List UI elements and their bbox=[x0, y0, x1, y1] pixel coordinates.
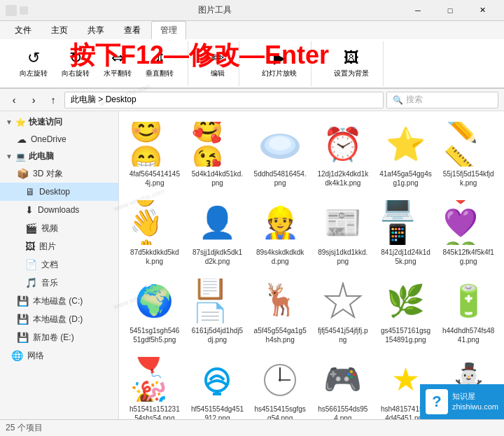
file-thumb: 🌍 bbox=[130, 279, 180, 323]
ribbon-btn-flip-v[interactable]: ⇕ 垂直翻转 bbox=[140, 46, 179, 81]
flip-h-icon: ⇔ bbox=[111, 49, 124, 67]
forward-button[interactable]: › bbox=[25, 92, 42, 108]
sidebar-item-desktop[interactable]: 🖥 Desktop bbox=[0, 183, 118, 201]
sidebar-item-drivee[interactable]: 💾 新加卷 (E:) bbox=[0, 328, 118, 346]
ribbon-btn-rotate-right[interactable]: ↻ 向右旋转 bbox=[56, 46, 95, 81]
list-item[interactable]: 💻📱 841j2dj1d24k1d5k.png bbox=[376, 195, 436, 271]
ribbon-btn-rotate-left[interactable]: ↺ 向左旋转 bbox=[14, 46, 53, 81]
file-name: 845k12fk4f5k4f1g.png bbox=[442, 248, 495, 266]
list-item[interactable]: 5ddhd54816454.png bbox=[250, 117, 310, 192]
drived-icon: 💾 bbox=[17, 314, 29, 325]
ribbon-btn-edit[interactable]: ✏ 编辑 bbox=[205, 46, 230, 81]
search-box[interactable]: 🔍 搜索 bbox=[386, 92, 498, 108]
sidebar-group-thispc[interactable]: ▼ 💻 此电脑 bbox=[0, 148, 118, 164]
tab-manage[interactable]: 管理 bbox=[151, 21, 186, 39]
file-thumb: 👤 bbox=[192, 200, 242, 245]
file-name: h44dhdh574fs4841.png bbox=[442, 326, 495, 344]
sidebar-group-quickaccess[interactable]: ▼ ⭐ 快速访问 bbox=[0, 114, 118, 130]
drivec-icon: 💾 bbox=[17, 295, 29, 307]
up-button[interactable]: ↑ bbox=[45, 92, 62, 108]
file-name: 6161j5d4jd1hdj5dj.png bbox=[191, 326, 244, 344]
list-item[interactable]: 🔋 h44dhdh574fs4841.png bbox=[438, 274, 498, 349]
sidebar-label-drivee: 新加卷 (E:) bbox=[33, 332, 74, 344]
documents-icon: 📄 bbox=[25, 259, 37, 270]
tab-share[interactable]: 共享 bbox=[78, 21, 113, 39]
sidebar-item-drived[interactable]: 💾 本地磁盘 (D:) bbox=[0, 310, 118, 328]
list-item[interactable]: hs4515415sgfgsg54.png bbox=[250, 352, 310, 428]
sidebar-item-documents[interactable]: 📄 文档 bbox=[0, 255, 118, 274]
setbg-label: 设置为背景 bbox=[334, 69, 369, 78]
sidebar-label-pictures: 图片 bbox=[39, 241, 56, 253]
flip-v-icon: ⇕ bbox=[153, 49, 166, 67]
sidebar-label-videos: 视频 bbox=[41, 223, 58, 234]
ribbon-btn-flip-h[interactable]: ⇔ 水平翻转 bbox=[98, 46, 137, 81]
desktop-icon: 🖥 bbox=[25, 186, 35, 197]
list-item[interactable]: 👷 89s4kskdkdkdkd.png bbox=[250, 195, 310, 271]
ribbon-section-edit: ✏ 编辑 bbox=[197, 41, 239, 86]
address-box[interactable]: 此电脑 > Desktop bbox=[64, 92, 384, 108]
sidebar-item-network[interactable]: 🌐 网络 bbox=[0, 346, 118, 365]
rotate-left-label: 向左旋转 bbox=[20, 69, 48, 78]
list-item[interactable]: hf5451554dg451912.png bbox=[188, 352, 248, 428]
list-item[interactable]: ✏️📏 55j15fj5d154kfjdk.png bbox=[438, 117, 498, 192]
sidebar-label-downloads: Downloads bbox=[38, 205, 79, 215]
list-item[interactable]: ⏰ 12dj1d2k4dkd1kdk4k1k.png bbox=[313, 117, 373, 192]
list-item[interactable]: 📋📄 6161j5d4jd1hdj5dj.png bbox=[188, 274, 248, 349]
sidebar-item-videos[interactable]: 🎬 视频 bbox=[0, 219, 118, 237]
sidebar-item-music[interactable]: 🎵 音乐 bbox=[0, 274, 118, 292]
list-item[interactable]: 😍🥰😘😎 5d4k1d4kd51kd.png bbox=[188, 117, 248, 192]
file-thumb: ⏰ bbox=[318, 122, 368, 167]
list-item[interactable]: 🎮 hs5661554ds954.png bbox=[313, 352, 373, 428]
ribbon-btn-setbg[interactable]: 🖼 设置为背景 bbox=[328, 46, 374, 81]
edit-icon: ✏ bbox=[211, 49, 224, 67]
back-button[interactable]: ‹ bbox=[6, 92, 22, 108]
ribbon-btn-slideshow[interactable]: ▶ 幻灯片放映 bbox=[256, 46, 302, 81]
badge-line1: 知识屋 bbox=[452, 391, 498, 402]
list-item[interactable]: 🖐👋🤚 87d5kkdkkd5kdk.png bbox=[125, 195, 185, 271]
list-item[interactable]: 👤 87sjj1djkdk5dk1d2k.png bbox=[188, 195, 248, 271]
badge-text: 知识屋 zhishiwu.com bbox=[452, 391, 498, 413]
search-icon: 🔍 bbox=[393, 95, 403, 105]
sidebar-item-onedrive[interactable]: ☁ OneDrive bbox=[0, 130, 118, 148]
chevron-thispc-icon: ▼ bbox=[6, 153, 13, 160]
drivee-icon: 💾 bbox=[17, 332, 29, 343]
list-item[interactable]: ❤️💜💚 845k12fk4f5k4f1g.png bbox=[438, 195, 498, 271]
file-name: 841j2dj1d24k1d5k.png bbox=[379, 248, 433, 266]
list-item[interactable]: 🌍 5451sg1sgh54651gdf5h5.png bbox=[125, 274, 185, 349]
list-item[interactable]: 😀😊😁😂 4faf56454141454j.png bbox=[125, 117, 185, 192]
sidebar-icon-quickaccess: ⭐ bbox=[15, 118, 26, 127]
file-thumb: 🖐👋🤚 bbox=[130, 200, 180, 245]
file-name: 89s4kskdkdkdkd.png bbox=[253, 248, 307, 266]
sidebar-item-downloads[interactable]: ⬇ Downloads bbox=[0, 201, 118, 219]
file-thumb: ⭐ bbox=[380, 122, 430, 167]
sidebar-item-drivec[interactable]: 💾 本地磁盘 (C:) bbox=[0, 292, 118, 310]
title-bar: 图片工具 ─ □ ✕ bbox=[0, 0, 504, 21]
setbg-icon: 🖼 bbox=[344, 49, 359, 67]
sidebar-item-3dobjects[interactable]: 📦 3D 对象 bbox=[0, 164, 118, 183]
tab-home[interactable]: 主页 bbox=[42, 21, 77, 39]
list-item[interactable]: ⭐ 41af45ga54gg4sg1g.png bbox=[376, 117, 436, 192]
minimize-button[interactable]: ─ bbox=[402, 0, 434, 21]
list-item[interactable]: 📰 89sjsj1dkd1kkd.png bbox=[313, 195, 373, 271]
slideshow-label: 幻灯片放映 bbox=[262, 69, 297, 78]
file-name: 55j15fj5d154kfjdk.png bbox=[442, 169, 495, 188]
list-item[interactable]: fjfj54541j54jfjfj.png bbox=[313, 274, 373, 349]
list-item[interactable]: 🦌 a5f45g554ga1g5h4sh.png bbox=[250, 274, 310, 349]
sidebar-label-onedrive: OneDrive bbox=[31, 134, 66, 144]
maximize-button[interactable]: □ bbox=[434, 0, 466, 21]
list-item[interactable]: 🌿 gs45157161gsg154891g.png bbox=[376, 274, 436, 349]
file-thumb bbox=[318, 279, 368, 323]
close-button[interactable]: ✕ bbox=[466, 0, 498, 21]
file-name: 89sjsj1dkd1kkd.png bbox=[316, 248, 370, 266]
sidebar-item-pictures[interactable]: 🖼 图片 bbox=[0, 237, 118, 255]
knowledge-badge[interactable]: ? 知识屋 zhishiwu.com bbox=[420, 384, 504, 419]
tab-view[interactable]: 查看 bbox=[115, 21, 150, 39]
file-thumb: 👷 bbox=[255, 200, 305, 245]
tab-file[interactable]: 文件 bbox=[6, 21, 41, 39]
svg-text:🦌: 🦌 bbox=[261, 282, 300, 318]
list-item[interactable]: 🎈🎉 h51541s15123154shs54.png bbox=[125, 352, 185, 428]
file-name: 87sjj1djkdk5dk1d2k.png bbox=[191, 248, 244, 266]
ribbon: 文件 主页 共享 查看 管理 ↺ 向左旋转 ↻ 向右旋转 ⇔ 水平翻转 bbox=[0, 21, 504, 89]
ribbon-section-slideshow: ▶ 幻灯片放映 bbox=[248, 41, 312, 86]
badge-question-icon: ? bbox=[432, 393, 441, 411]
